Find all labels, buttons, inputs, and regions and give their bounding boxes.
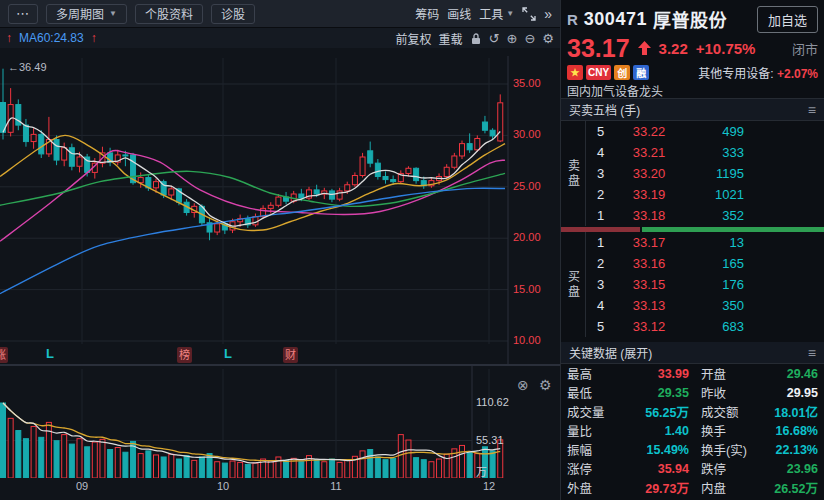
key-data-value: 26.52万 [757, 478, 824, 497]
order-book-row[interactable]: 133.1713 [586, 232, 824, 253]
key-data-row: 量比1.40换手16.68% [561, 421, 824, 440]
sector-label: 其他专用设备: [698, 67, 773, 81]
price-change-pct: +10.75% [696, 40, 756, 57]
top-toolbar: ⋯ 多周期图 ▼ 个股资料 诊股 筹码 画线 工具 ▼ » [0, 0, 560, 28]
lock-icon[interactable] [470, 32, 482, 45]
order-book-row[interactable]: 333.15176 [586, 274, 824, 295]
key-data-row: 涨停35.94跌停23.96 [561, 459, 824, 478]
buy-side-label: 买盘 [561, 232, 586, 337]
order-book-row[interactable]: 133.18352 [586, 205, 824, 226]
level-price: 33.17 [616, 235, 682, 250]
tools-label: 工具 [479, 5, 503, 22]
key-data-title: 关键数据 (展开) [569, 344, 652, 361]
high-price-annotation: ←36.49 [8, 61, 47, 73]
key-data-row: 外盘29.73万内盘26.52万 [561, 478, 824, 497]
stock-description: 国内加气设备龙头 [561, 82, 824, 99]
order-book-title: 买卖五档 (手) [569, 101, 640, 118]
multi-period-label: 多周期图 [56, 5, 104, 22]
settings-gear-icon[interactable]: ⚙ [542, 32, 554, 45]
key-data-label: 成交额 [689, 402, 757, 421]
key-data-value: 33.99 [617, 367, 689, 381]
key-data-value: 56.25万 [617, 402, 689, 421]
stock-name: 厚普股份 [653, 6, 727, 32]
order-book-row[interactable]: 533.22499 [586, 121, 824, 142]
volume-axis-tick: 55.31 [476, 434, 504, 446]
x-axis-month-tick: 12 [477, 480, 501, 492]
draw-line-button[interactable]: 画线 [447, 5, 471, 22]
level-number: 1 [586, 235, 616, 250]
zoom-out-icon[interactable]: ⊖ [524, 32, 535, 45]
key-data-header: 关键数据 (展开) ≡ [561, 342, 824, 364]
key-data-label: 昨收 [689, 383, 757, 402]
key-data-value: 16.68% [757, 424, 824, 438]
level-volume: 176 [682, 277, 744, 292]
stock-tag-badge: 融 [633, 65, 649, 80]
volume-unit-label: 万 [476, 463, 487, 479]
key-data-grid: 最高33.99开盘29.46最低29.35昨收29.95成交量56.25万成交额… [561, 364, 824, 497]
level-volume: 165 [682, 256, 744, 271]
margin-flag: R [567, 11, 578, 28]
key-data-value: 23.96 [757, 462, 824, 476]
hamburger-menu-icon[interactable]: ≡ [808, 102, 816, 118]
more-panels-chevron-icon[interactable]: » [544, 7, 552, 21]
stock-title-row: R 300471 厚普股份 加自选 [561, 0, 824, 32]
order-book-row[interactable]: 433.13350 [586, 295, 824, 316]
multi-period-button[interactable]: 多周期图 ▼ [46, 4, 127, 24]
level-volume: 333 [682, 145, 744, 160]
stock-badges: ★CNY创融 [567, 65, 649, 80]
price-row: 33.17 3.22 +10.75% 闭市 [561, 32, 824, 62]
level-price: 33.18 [616, 208, 682, 223]
panel-settings-gear-icon[interactable]: ⚙ [539, 378, 552, 392]
level-number: 2 [586, 256, 616, 271]
undo-icon[interactable]: ↺ [489, 32, 500, 45]
event-marker-badge[interactable]: 涨 [0, 347, 8, 363]
adjust-mode-button[interactable]: 前复权 [396, 30, 432, 47]
level-volume: 13 [682, 235, 744, 250]
indicator-toolbar: ↑ MA60:24.83 ↑ 前复权 重载 ↺ ⊕ ⊖ ⚙ [0, 28, 560, 48]
diagnose-button[interactable]: 诊股 [211, 4, 255, 24]
fullscreen-icon[interactable] [522, 7, 536, 21]
level-number: 3 [586, 277, 616, 292]
event-marker-badge[interactable]: 财 [283, 347, 298, 363]
market-status: 闭市 [792, 39, 818, 58]
event-marker-letter[interactable]: L [46, 346, 54, 361]
level-volume: 683 [682, 319, 744, 334]
hamburger-menu-icon[interactable]: ≡ [808, 345, 816, 361]
level-volume: 499 [682, 124, 744, 139]
chips-button[interactable]: 筹码 [415, 5, 439, 22]
zoom-in-icon[interactable]: ⊕ [507, 32, 518, 45]
quote-panel: R 300471 厚普股份 加自选 33.17 3.22 +10.75% 闭市 … [560, 0, 824, 500]
order-book-row[interactable]: 333.201195 [586, 163, 824, 184]
key-data-value: 18.01亿 [757, 402, 824, 421]
stock-info-button[interactable]: 个股资料 [135, 4, 203, 24]
sector-info[interactable]: 其他专用设备: +2.07% [698, 64, 818, 81]
x-axis-month-tick: 09 [70, 480, 94, 492]
event-marker-letter[interactable]: L [224, 346, 232, 361]
order-book-row[interactable]: 233.16165 [586, 253, 824, 274]
level-price: 33.20 [616, 166, 682, 181]
price-candlestick-chart[interactable] [0, 48, 560, 365]
event-marker-badge[interactable]: 榜 [177, 347, 192, 363]
price-up-arrow-icon [638, 41, 651, 55]
chevron-down-icon: ▼ [109, 9, 117, 18]
reload-button[interactable]: 重载 [439, 30, 463, 47]
close-panel-icon[interactable]: ⊗ [517, 378, 529, 392]
order-book-row[interactable]: 233.191021 [586, 184, 824, 205]
key-data-value: 35.94 [617, 462, 689, 476]
order-book-row[interactable]: 433.21333 [586, 142, 824, 163]
x-axis-month-tick: 11 [324, 480, 348, 492]
level-price: 33.16 [616, 256, 682, 271]
chart-canvas-area[interactable]: ←36.49 35.0030.0025.0020.0015.0010.00110… [0, 48, 560, 500]
badges-row: ★CNY创融 其他专用设备: +2.07% [561, 62, 824, 82]
level-price: 33.12 [616, 319, 682, 334]
tools-button[interactable]: 工具 ▼ [479, 5, 514, 22]
order-book-row[interactable]: 533.12683 [586, 316, 824, 337]
key-data-label: 跌停 [689, 459, 757, 478]
key-data-value: 29.46 [757, 367, 824, 381]
sell-orders-block: 卖盘 533.22499433.21333333.201195233.19102… [561, 121, 824, 226]
level-volume: 352 [682, 208, 744, 223]
overflow-menu-button[interactable]: ⋯ [8, 4, 38, 24]
add-watchlist-button[interactable]: 加自选 [757, 6, 818, 33]
volume-axis-tick: 110.62 [476, 396, 509, 408]
volume-bar-chart[interactable] [0, 365, 560, 478]
